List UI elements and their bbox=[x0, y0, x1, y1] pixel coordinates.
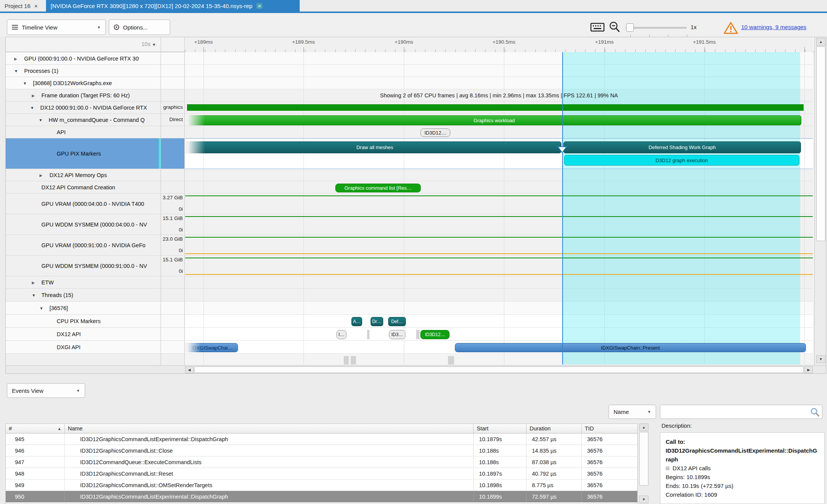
tree-row-process-exe[interactable]: ▼ [30868] D3D12WorkGraphs.exe bbox=[6, 77, 184, 89]
expander-icon[interactable]: ▶ bbox=[14, 56, 17, 61]
tree-row-command-queue[interactable]: ▼ HW m_commandQueue - Command Q Direct bbox=[6, 114, 184, 126]
profiler-sliver[interactable] bbox=[344, 356, 349, 364]
tree-row-sysmem-91[interactable]: GPU WDDM SYSMEM (0000:91:00.0 - NV 15.1 … bbox=[6, 256, 184, 276]
tree-row-vram-t400[interactable]: GPU VRAM (0000:04:00.0 - NVIDIA T400 3.2… bbox=[6, 194, 184, 214]
expander-icon[interactable]: ▶ bbox=[32, 280, 35, 284]
cpu-pix-marker-pill[interactable]: A… bbox=[351, 317, 362, 326]
timeline-cursor-line[interactable] bbox=[562, 52, 563, 364]
search-input[interactable] bbox=[660, 405, 822, 419]
scroll-right-icon[interactable]: ▶ bbox=[804, 366, 813, 373]
hscroll-thumb[interactable] bbox=[194, 366, 804, 373]
tree-row-memory-ops[interactable]: ▶ DX12 API Memory Ops bbox=[6, 169, 184, 181]
warnings-link[interactable]: 10 warnings, 9 messages bbox=[741, 24, 806, 30]
expander-icon[interactable]: ▼ bbox=[32, 293, 36, 297]
tab-report[interactable]: [NVIDIA GeForce RTX 3090][1280 x 720][DX… bbox=[46, 0, 300, 11]
expander-icon[interactable]: ▶ bbox=[39, 173, 43, 177]
dispatch-graph-pill[interactable]: ID3D12… bbox=[420, 330, 450, 339]
column-header-name[interactable]: Name bbox=[65, 424, 474, 433]
tree-row-vram-91[interactable]: GPU VRAM (0000:91:00.0 - NVIDIA GeFo 23.… bbox=[6, 235, 184, 256]
dx12-api-sliver[interactable] bbox=[367, 330, 369, 339]
tree-row-label: GPU WDDM SYSMEM (0000:91:00.0 - NV bbox=[41, 263, 147, 269]
dx12-graphics-bar[interactable] bbox=[187, 104, 804, 111]
column-header-start[interactable]: Start bbox=[474, 424, 527, 433]
column-header-duration[interactable]: Duration bbox=[527, 424, 582, 433]
description-label: Description: bbox=[661, 422, 692, 429]
graph-execution-bar[interactable]: D3D12 graph execution bbox=[564, 155, 799, 166]
events-scrollbar[interactable]: ▲ ▼ bbox=[638, 424, 650, 504]
timeline-plot[interactable]: Showing 2 of 657 CPU frames | avg 8.16ms… bbox=[185, 52, 813, 364]
expander-icon[interactable]: ▼ bbox=[39, 118, 43, 122]
scroll-up-icon[interactable]: ▲ bbox=[639, 424, 648, 431]
evscroll-thumb[interactable] bbox=[639, 432, 648, 486]
tree-row-partial[interactable] bbox=[6, 354, 184, 364]
cpu-pix-marker-pill[interactable]: Def… bbox=[388, 317, 406, 326]
search-icon[interactable] bbox=[810, 407, 820, 417]
timeline-panel: 10s ▼ +189ms +189.5ms +190ms +190.5ms +1… bbox=[5, 37, 826, 374]
scale-dropdown[interactable]: 10s ▼ bbox=[141, 41, 156, 47]
api-call-pill[interactable]: ID3D12… bbox=[420, 128, 450, 137]
tree-row-gpu-pix-markers[interactable]: GPU PIX Markers bbox=[6, 138, 184, 169]
keyboard-icon[interactable] bbox=[590, 22, 605, 33]
timeline-view-dropdown[interactable]: Timeline View ▼ bbox=[7, 20, 106, 35]
table-row[interactable]: 948 ID3D12GraphicsCommandList::Reset 10.… bbox=[6, 468, 638, 479]
expander-icon[interactable]: ▶ bbox=[32, 93, 35, 97]
deferred-shading-bar[interactable]: Deferred Shading Work Graph bbox=[563, 141, 801, 153]
tree-row-label: GPU WDDM SYSMEM (0000:04:00.0 - NV bbox=[41, 222, 147, 228]
expander-icon[interactable]: ▼ bbox=[23, 81, 27, 85]
events-view-dropdown[interactable]: Events View ▼ bbox=[7, 383, 85, 398]
graphics-command-list-pill[interactable]: Graphics command list [Res… bbox=[335, 184, 421, 192]
vscroll-thumb[interactable] bbox=[816, 46, 825, 241]
dx12-api-pill[interactable]: ID3… bbox=[389, 330, 405, 339]
tab-project[interactable]: Project 16 × bbox=[0, 0, 45, 11]
zoom-slider-track[interactable] bbox=[625, 27, 687, 29]
tree-row-frame-duration[interactable]: ▶ Frame duration (Target FPS: 60 Hz) bbox=[6, 89, 184, 102]
tree-row-command-creation[interactable]: DX12 API Command Creation bbox=[6, 181, 184, 194]
table-row[interactable]: 945 ID3D12GraphicsCommandListExperimenta… bbox=[6, 433, 638, 445]
scroll-down-icon[interactable]: ▼ bbox=[639, 496, 648, 503]
cursor-marker-icon[interactable] bbox=[558, 146, 567, 153]
tree-row-processes[interactable]: ▼ Processes (1) bbox=[6, 65, 184, 77]
timeline-ruler[interactable]: +189ms +189.5ms +190ms +190.5ms +191ms +… bbox=[185, 37, 813, 52]
row-value-max: 15.1 GiB bbox=[161, 257, 183, 263]
profiler-sliver[interactable] bbox=[448, 356, 454, 364]
dx12-api-pill[interactable]: I… bbox=[336, 330, 346, 339]
expander-icon[interactable]: ▼ bbox=[39, 306, 43, 310]
column-header-tid[interactable]: TID bbox=[582, 424, 638, 433]
table-row[interactable]: 947 ID3D12CommandQueue::ExecuteCommandLi… bbox=[6, 456, 638, 468]
tree-row-etw[interactable]: ▶ ETW bbox=[6, 276, 184, 289]
table-row-selected[interactable]: 950 ID3D12GraphicsCommandListExperimenta… bbox=[6, 491, 638, 502]
tree-row-dx12-api[interactable]: DX12 API bbox=[6, 328, 184, 341]
horizontal-scrollbar[interactable]: ◀ ▶ bbox=[6, 365, 826, 374]
cpu-pix-marker-pill[interactable]: Dr… bbox=[371, 317, 383, 326]
scroll-left-icon[interactable]: ◀ bbox=[185, 366, 194, 373]
draw-all-meshes-bar[interactable]: Draw all meshes bbox=[188, 141, 561, 153]
options-icon bbox=[114, 25, 119, 30]
close-icon[interactable]: × bbox=[256, 3, 263, 9]
zoom-slider-handle[interactable] bbox=[626, 23, 634, 32]
tree-row-sysmem-04[interactable]: GPU WDDM SYSMEM (0000:04:00.0 - NV 15.1 … bbox=[6, 214, 184, 235]
tree-row-api[interactable]: API bbox=[6, 126, 184, 138]
table-row[interactable]: 946 ID3D12GraphicsCommandList::Close 10.… bbox=[6, 445, 638, 456]
tree-row-threads[interactable]: ▼ Threads (15) bbox=[6, 289, 184, 302]
swapchain-present-bar[interactable]: IDXGISwapChain::Present bbox=[455, 343, 806, 352]
graphics-workload-bar[interactable]: Graphics workload bbox=[187, 115, 801, 125]
options-button[interactable]: Options... bbox=[109, 20, 170, 35]
tree-row-dx12-device[interactable]: ▼ DX12 0000:91:00.0 - NVIDIA GeForce RTX… bbox=[6, 102, 184, 114]
expander-icon[interactable]: ▼ bbox=[14, 69, 18, 73]
table-row[interactable]: 949 ID3D12GraphicsCommandList::OMSetRend… bbox=[6, 479, 638, 491]
close-icon[interactable]: × bbox=[34, 3, 38, 9]
scroll-up-icon[interactable]: ▲ bbox=[816, 38, 825, 46]
tree-row-dxgi-api[interactable]: DXGI API bbox=[6, 341, 184, 354]
expander-icon[interactable]: ▼ bbox=[30, 105, 34, 110]
scroll-down-icon[interactable]: ▼ bbox=[816, 355, 825, 363]
column-header-num[interactable]: # ▲ bbox=[6, 424, 65, 433]
zoom-out-icon[interactable] bbox=[609, 21, 621, 34]
ruler-minor-ticks bbox=[185, 49, 813, 52]
dx12-api-sliver[interactable] bbox=[416, 330, 420, 339]
tree-row-gpu[interactable]: ▶ GPU (0000:91:00.0 - NVIDIA GeForce RTX… bbox=[6, 53, 184, 65]
vertical-scrollbar[interactable]: ▲ ▼ bbox=[814, 37, 826, 365]
filter-column-dropdown[interactable]: Name ▼ bbox=[609, 405, 656, 419]
tree-row-cpu-pix-markers[interactable]: CPU PIX Markers bbox=[6, 315, 184, 328]
profiler-sliver[interactable] bbox=[351, 356, 356, 364]
tree-row-thread-36576[interactable]: ▼ [36576] bbox=[6, 302, 184, 315]
